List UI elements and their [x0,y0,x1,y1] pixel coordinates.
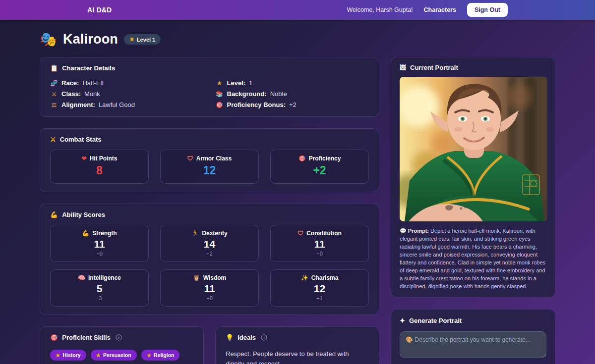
hit-points-value: 8 [55,164,144,177]
proficiency-value: +2 [275,164,364,177]
portrait-prompt: 💬 Prompt: Depict a heroic half-elf monk,… [400,227,546,290]
constitution-mod: +0 [275,251,364,257]
detail-row-proficiency-bonus: 🎯 Proficiency Bonus: +2 [216,101,369,108]
details-col-left: 🧬 Race: Half-Elf ⚔ Class: Monk ⚖ Alignme… [50,79,204,108]
ideals-text: Respect. People deserve to be treated wi… [226,348,369,364]
runner-icon: 🏃 [191,230,199,237]
race-value: Half-Elf [82,79,104,87]
detail-row-alignment: ⚖ Alignment: Lawful Good [50,101,204,108]
framed-picture-icon: 🖼 [400,64,406,71]
ability-charisma: ✨ Charisma 12 +1 [270,269,369,307]
books-icon: 📚 [216,91,224,98]
background-value: Noble [270,90,287,98]
level-badge: ★ Level 1 [124,34,161,45]
dartboard-icon: 🎯 [50,334,58,341]
sparkles-icon: ✦ [400,317,405,324]
left-column: 📋 Character Details 🧬 Race: Half-Elf ⚔ C… [40,57,379,364]
current-portrait-title: Current Portrait [410,64,458,71]
info-icon[interactable] [261,334,267,341]
ideals-card: 💡 Ideals Respect. People deserve to be t… [215,326,379,364]
armor-class-value: 12 [165,164,254,177]
constitution-score: 11 [275,238,364,250]
armor-class-stat: 🛡 Armor Class 12 [160,150,259,184]
star-icon: ★ [216,80,224,87]
sparkles-icon: ✨ [301,274,308,281]
details-col-right: ★ Level: 1 📚 Background: Noble 🎯 Profici… [216,79,369,108]
level-value: 1 [249,79,252,87]
detail-row-race: 🧬 Race: Half-Elf [50,79,204,87]
top-navbar: AI D&D Welcome, Harsh Gupta! Characters … [0,0,595,20]
brain-icon: 🧠 [78,274,85,281]
portrait-prompt-input[interactable] [400,331,546,358]
strength-score: 11 [55,238,144,250]
detail-row-background: 📚 Background: Noble [216,90,369,98]
ability-dexterity: 🏃 Dexterity 14 +2 [160,225,259,262]
ideals-title: Ideals [238,334,256,341]
app-brand[interactable]: AI D&D [87,6,112,14]
charisma-score: 12 [275,283,364,295]
level-badge-label: Level 1 [137,37,155,43]
lightbulb-icon: 💡 [226,334,234,341]
proficient-skills-card: 🎯 Proficient Skills ★ History ★ [40,326,204,364]
page-header: 🎭 Kaliroon ★ Level 1 [40,32,555,47]
character-name-title: Kaliroon [63,32,118,47]
welcome-text: Welcome, Harsh Gupta! [347,6,413,13]
wisdom-mod: +0 [165,295,254,301]
masks-icon: 🎭 [40,33,57,47]
proficiency-bonus-value: +2 [289,101,297,108]
combat-stats-title: Combat Stats [60,136,102,143]
right-column: 🖼 Current Portrait [391,57,555,364]
ability-intelligence: 🧠 Intelligence 5 -3 [50,269,149,307]
class-value: Monk [84,90,100,98]
speech-bubble-icon: 💬 [400,228,407,234]
hit-points-stat: ❤ Hit Points 8 [50,150,149,184]
wisdom-score: 11 [165,283,254,295]
star-icon: ★ [96,352,101,358]
owl-icon: 🦉 [193,274,200,281]
proficiency-stat: 🎯 Proficiency +2 [270,150,369,184]
skill-badge-persuasion[interactable]: ★ Persuasion [91,350,137,361]
heart-icon: ❤ [81,155,86,162]
dartboard-icon: 🎯 [298,155,306,162]
intelligence-mod: -3 [55,295,144,301]
ability-constitution: 🛡 Constitution 11 +0 [270,225,369,262]
star-icon: ★ [56,352,60,358]
detail-row-level: ★ Level: 1 [216,79,369,87]
star-icon: ★ [147,352,151,358]
star-icon: ★ [129,36,134,43]
info-icon[interactable] [116,334,122,341]
prompt-text-body: Depict a heroic half-elf monk, Kaliroon,… [400,228,545,289]
balance-scale-icon: ⚖ [50,102,58,108]
dartboard-icon: 🎯 [216,102,224,108]
current-portrait-card: 🖼 Current Portrait [391,57,555,298]
flex-arm-icon: 💪 [50,211,58,218]
combat-stats-card: ⚔ Combat Stats ❤ Hit Points 8 🛡 [40,128,379,192]
dna-icon: 🧬 [50,80,58,87]
intelligence-score: 5 [55,283,144,295]
character-details-title: Character Details [62,64,115,72]
character-details-card: 📋 Character Details 🧬 Race: Half-Elf ⚔ C… [40,57,379,117]
nav-link-characters[interactable]: Characters [424,6,456,13]
sign-out-button[interactable]: Sign Out [467,3,508,17]
character-portrait-image [400,77,547,221]
ability-scores-card: 💪 Ability Scores 💪 Strength 11 +0 [40,204,379,315]
ability-wisdom: 🦉 Wisdom 11 +0 [160,269,259,307]
dexterity-score: 14 [165,238,254,250]
generate-portrait-card: ✦ Generate Portrait ✦ Generate Portrait [391,309,555,364]
shield-icon: 🛡 [298,230,303,237]
crossed-swords-icon: ⚔ [50,136,56,143]
charisma-mod: +1 [275,295,364,301]
clipboard-icon: 📋 [50,64,58,72]
alignment-value: Lawful Good [99,101,135,108]
skill-badge-history[interactable]: ★ History [50,350,86,361]
dexterity-mod: +2 [165,251,254,257]
skill-badge-religion[interactable]: ★ Religion [141,350,180,361]
shield-icon: 🛡 [187,155,193,162]
strength-mod: +0 [55,251,144,257]
flex-arm-icon: 💪 [82,230,89,237]
ability-scores-title: Ability Scores [62,211,105,218]
proficient-skills-title: Proficient Skills [62,334,111,341]
detail-row-class: ⚔ Class: Monk [50,90,204,98]
ability-strength: 💪 Strength 11 +0 [50,225,149,262]
generate-portrait-title: Generate Portrait [409,317,462,324]
